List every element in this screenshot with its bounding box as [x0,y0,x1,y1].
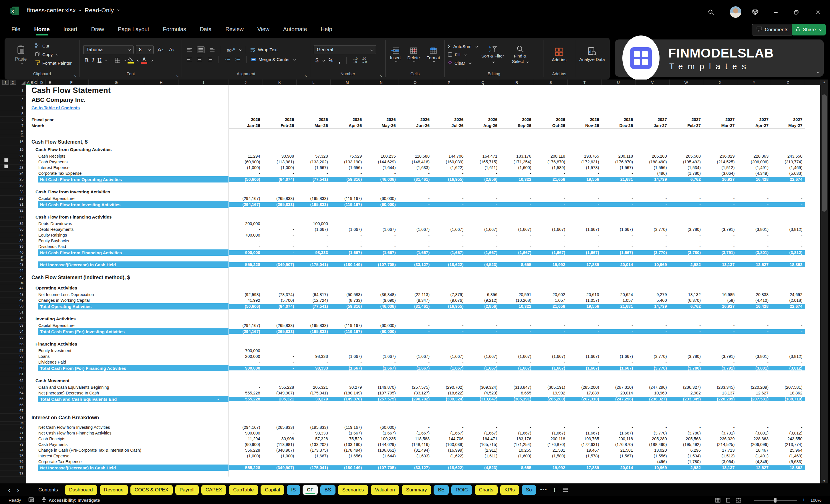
cell[interactable]: (148,416) [398,442,433,447]
cell[interactable]: 236,029 [703,154,737,158]
column-header-G[interactable]: G [89,80,144,85]
menu-item-data[interactable]: Data [200,26,212,33]
cell[interactable]: - [229,227,263,232]
cell[interactable]: - [636,239,670,243]
orientation-icon[interactable]: ab [227,48,235,52]
cell[interactable]: 118,588 [398,154,433,158]
row-number[interactable]: 56 [0,340,26,348]
cell[interactable]: (1,589) [534,165,568,170]
cell[interactable]: 164,471 [466,154,500,158]
cell[interactable]: - [703,221,737,226]
cell[interactable]: Mar-26 [296,123,331,128]
cell[interactable]: (233,345) [670,397,704,401]
cell[interactable]: (171,254) [500,442,534,447]
cell[interactable]: (294,167) [229,425,263,430]
row-label-cell[interactable]: Net Income Less Depreciation [26,292,229,297]
cell[interactable]: 14,739 [636,304,670,309]
cell[interactable]: - [398,196,433,201]
cell[interactable]: 20,624 [602,292,636,297]
row-number[interactable]: 48 [0,292,26,297]
cell[interactable]: (175,041) [296,391,331,395]
cell[interactable]: (46,038) [364,177,398,182]
cell[interactable]: - [670,425,704,430]
cell[interactable]: 228,363 [737,437,771,441]
cell[interactable]: 12,627 [737,391,771,395]
row-label-cell[interactable]: Net Increase/(Decrease) in Cash Held [26,261,229,268]
cell[interactable]: (3,801) [737,366,771,371]
cell[interactable]: 19,556 [568,304,602,309]
cell[interactable]: - [568,460,602,464]
cell[interactable]: - [466,244,500,249]
cell[interactable]: 2026 [432,117,466,122]
cell[interactable]: - [432,329,466,334]
row-label-cell[interactable]: Dividends Paid [26,359,229,365]
cell[interactable]: (188,719) [771,397,805,401]
cell[interactable]: (290,702) [398,397,433,401]
sheet-tab-is[interactable]: IS [287,485,300,495]
delete-cells-button[interactable]: Delete [407,47,420,62]
row-number[interactable]: 53 [0,323,26,328]
cell[interactable]: 200,000 [229,221,263,226]
cell[interactable]: - [296,233,331,238]
cell[interactable]: (285,200) [568,385,602,389]
row-number[interactable]: 31 [0,201,26,208]
cell[interactable]: Jan-27 [636,123,670,128]
cell[interactable]: - [331,460,365,464]
merge-center-button[interactable]: Merge & Center [251,57,296,62]
column-header-R[interactable]: R [500,80,534,85]
cell[interactable]: 10,969 [636,262,670,267]
row-number[interactable]: 36 [0,226,26,232]
row-number[interactable]: 54 [0,328,26,335]
cell[interactable]: 205,321 [296,385,331,389]
row-label-cell[interactable]: Net Cash Flow from Operating Activities [26,176,229,183]
share-button[interactable]: Share [792,24,826,35]
cell[interactable]: - [217,397,219,401]
comma-format-button[interactable]: , [338,59,340,62]
cell[interactable]: (5,700) [263,298,297,303]
cell[interactable]: - [398,348,433,353]
cell[interactable]: (3,780) [670,227,704,232]
row-number[interactable]: 52 [0,315,26,323]
cell[interactable]: (119,167) [331,196,365,201]
format-cells-button[interactable]: Format [426,47,440,62]
sheet-tab-bs[interactable]: BS [320,485,336,495]
row-label-cell[interactable]: Total Cash From (For) Financing Activiti… [26,365,229,371]
cell[interactable]: - [703,360,737,365]
row-number[interactable]: 42 [0,259,26,261]
cell[interactable]: (236,327) [670,385,704,389]
cell[interactable]: 21,581 [602,448,636,452]
cell[interactable]: - [364,239,398,243]
row-number[interactable]: 28 [0,188,26,196]
cell[interactable]: (12,724) [296,298,331,303]
cell[interactable]: (1,667) [398,366,433,371]
cell[interactable]: (4,349) [737,171,771,176]
cell[interactable]: - [636,233,670,238]
cell[interactable]: May-27 [771,123,805,128]
cell[interactable]: (173,375) [296,448,331,452]
cell[interactable]: (1,556) [636,454,670,458]
cell[interactable]: - [229,360,263,365]
cell[interactable]: 20,014 [602,262,636,267]
row-number[interactable]: 73 [0,442,26,447]
cell[interactable]: - [602,360,636,365]
cell[interactable]: 700,000 [229,233,263,238]
cell[interactable]: (6,370) [670,298,704,303]
cell[interactable]: 12,627 [737,465,771,470]
cell[interactable]: (180,149) [331,465,365,470]
cell[interactable]: - [534,202,568,207]
cell[interactable]: (165,715) [466,160,500,164]
cell[interactable]: (149,870) [364,385,398,389]
cell[interactable]: (16,999) [432,448,466,452]
cell[interactable]: (1,667) [466,227,500,232]
cell[interactable]: - [636,244,670,249]
fill-button[interactable]: Fill [448,52,478,58]
cell[interactable]: (349,907) [263,262,297,267]
cell[interactable]: - [568,221,602,226]
vertical-scrollbar[interactable]: ▲ ▼ [820,80,828,483]
cell[interactable]: (1,667) [500,250,534,255]
cell[interactable]: (180,149) [331,262,365,267]
cell[interactable]: - [534,425,568,430]
cell[interactable]: - [398,202,433,207]
row-label-cell[interactable]: Cash Receipts [26,153,229,159]
row-number[interactable]: 45 [0,274,26,281]
